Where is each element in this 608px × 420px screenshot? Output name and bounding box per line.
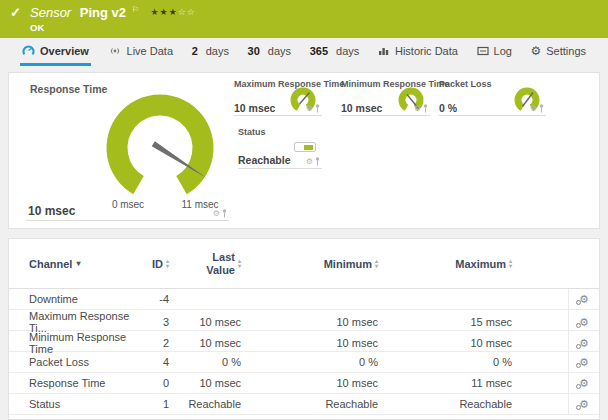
column-header-maximum[interactable]: Maximum▴▾ (378, 258, 540, 270)
column-header-channel[interactable]: Channel▾ (29, 258, 141, 270)
column-header-id[interactable]: ID▴▾ (141, 258, 169, 270)
tab-bar: Overview Live Data 2 days 30 days 365 da… (8, 38, 600, 66)
tab-label: Live Data (127, 45, 173, 57)
broadcast-icon (108, 45, 122, 56)
priority-stars[interactable]: ★★★☆☆ (151, 7, 196, 17)
gear-icon[interactable]: ⚙ (306, 158, 313, 166)
tab-number: 30 (248, 45, 260, 57)
minimum-value: Reachable (241, 398, 378, 410)
maximum-value: 10 msec (378, 337, 540, 349)
maximum-value: 0 % (378, 356, 540, 368)
status-tile: Status Reachable ⚙ (238, 123, 322, 169)
tab-settings[interactable]: ⚙ Settings (528, 38, 588, 66)
channel-value: 10 msec (234, 102, 275, 114)
channel-settings-icon[interactable]: ⚙ (579, 378, 589, 389)
maximum-value: 15 msec (378, 316, 540, 328)
table-row-status[interactable]: Status 1 Reachable Reachable Reachable ⚙ (9, 394, 599, 415)
flag-icon[interactable]: ⚐ (132, 5, 139, 14)
minimum-value: 10 msec (241, 377, 378, 389)
channel-settings-icon[interactable]: ⚙ (579, 317, 589, 328)
last-value: Reachable (169, 398, 241, 410)
gauge-title: Status (238, 127, 266, 137)
minimum-value: 10 msec (241, 337, 378, 349)
gear-icon[interactable]: ⚙ (414, 105, 421, 113)
tab-30-days[interactable]: 30 days (246, 38, 294, 66)
tab-label: Log (494, 45, 512, 57)
last-value: 10 msec (169, 316, 241, 328)
gauge-icon (22, 44, 35, 57)
channel-name[interactable]: Downtime (29, 293, 141, 305)
last-value: 10 msec (169, 337, 241, 349)
table-row-minimum-response-time[interactable]: Minimum Response Time 2 10 msec 10 msec … (9, 331, 599, 352)
channel-settings-icon[interactable]: ⚙ (579, 357, 589, 368)
packet-loss-tile: Packet Loss 0 % ⚙ (439, 79, 546, 116)
last-value: 0 % (169, 356, 241, 368)
pin-icon[interactable] (539, 104, 544, 113)
channel-value: 10 msec (28, 204, 75, 218)
channel-name[interactable]: Response Time (29, 377, 141, 389)
tab-number: 2 (192, 45, 198, 57)
channel-strip-icons: ⚙ (414, 104, 428, 113)
channels-table-panel: Channel▾ ID▴▾ Last Value▴▾ Minimum▴▾ Max… (8, 238, 600, 420)
gear-icon[interactable]: ⚙ (213, 210, 220, 218)
column-header-minimum[interactable]: Minimum▴▾ (241, 258, 378, 270)
last-value: 10 msec (169, 377, 241, 389)
gauge-scale-min: 0 msec (100, 199, 156, 210)
tab-number: 365 (310, 45, 328, 57)
pin-icon[interactable] (222, 209, 227, 218)
channel-id: 0 (141, 377, 169, 389)
table-row-downtime[interactable]: Downtime -4 ⚙ (9, 289, 599, 310)
minimum-response-time-tile: Minimum Response Time 10 msec ⚙ (341, 79, 430, 116)
channel-id: 3 (141, 316, 169, 328)
table-row-response-time[interactable]: Response Time 0 10 msec 10 msec 11 msec … (9, 373, 599, 394)
sensor-title: Sensor Ping v2 ⚐ ★★★☆☆ (30, 5, 196, 20)
tab-2-days[interactable]: 2 days (190, 38, 231, 66)
pin-icon[interactable] (315, 157, 320, 166)
channel-value: 0 % (439, 102, 457, 114)
channel-name[interactable]: Packet Loss (29, 356, 141, 368)
tab-label: Settings (546, 45, 586, 57)
tab-label: Overview (40, 45, 89, 57)
channel-name[interactable]: Status (29, 398, 141, 410)
tab-overview[interactable]: Overview (20, 38, 91, 66)
tab-historic-data[interactable]: Historic Data (376, 38, 460, 66)
channel-id: 1 (141, 398, 169, 410)
channel-value: 10 msec (341, 102, 382, 114)
bar-chart-icon (378, 45, 390, 56)
log-icon (477, 46, 489, 56)
pin-icon[interactable] (315, 104, 320, 113)
gear-icon[interactable]: ⚙ (530, 105, 537, 113)
status-indicator (294, 142, 316, 152)
gear-icon[interactable]: ⚙ (306, 105, 313, 113)
table-row-packet-loss[interactable]: Packet Loss 4 0 % 0 % 0 % ⚙ (9, 352, 599, 373)
prtg-sensor-page: ✓ Sensor Ping v2 ⚐ ★★★☆☆ OK Overview Liv… (0, 0, 608, 420)
ok-check-icon: ✓ (10, 5, 21, 20)
sort-icon: ▴▾ (509, 259, 512, 269)
gear-icon: ⚙ (530, 45, 541, 57)
response-time-gauge-tile: Response Time 0 msec 11 msec 10 msec ⚙ (26, 79, 229, 221)
column-header-last-value[interactable]: Last Value▴▾ (169, 251, 241, 276)
table-header-row: Channel▾ ID▴▾ Last Value▴▾ Minimum▴▾ Max… (9, 239, 599, 289)
tab-live-data[interactable]: Live Data (106, 38, 175, 66)
tab-label: days (268, 45, 291, 57)
channel-id: 4 (141, 356, 169, 368)
column-header-actions (568, 239, 599, 288)
channel-settings-icon[interactable]: ⚙ (579, 399, 589, 410)
tab-log[interactable]: Log (475, 38, 514, 66)
channel-name[interactable]: Minimum Response Time (29, 331, 141, 355)
channel-value: Reachable (238, 154, 291, 166)
channel-settings-icon[interactable]: ⚙ (579, 294, 589, 305)
gauge-title: Packet Loss (439, 79, 492, 89)
table-row-maximum-response-time[interactable]: Maximum Response Ti... 3 10 msec 10 msec… (9, 310, 599, 331)
channel-settings-icon[interactable]: ⚙ (579, 338, 589, 349)
gauges-panel: Response Time 0 msec 11 msec 10 msec ⚙ M… (8, 72, 600, 229)
minimum-value: 0 % (241, 356, 378, 368)
status-badge: OK (30, 22, 44, 33)
channel-strip-icons: ⚙ (306, 104, 320, 113)
maximum-response-time-tile: Maximum Response Time 10 msec ⚙ (234, 79, 322, 116)
tab-365-days[interactable]: 365 days (308, 38, 362, 66)
pin-icon[interactable] (423, 104, 428, 113)
gauge-title: Response Time (30, 83, 107, 95)
channel-strip-icons: ⚙ (213, 209, 227, 218)
sort-desc-icon: ▾ (76, 259, 80, 268)
